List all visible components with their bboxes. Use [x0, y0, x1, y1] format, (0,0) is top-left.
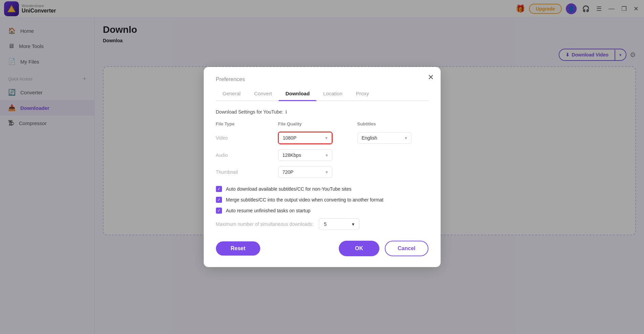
video-quality-select[interactable]: 1080P ▾: [278, 132, 332, 144]
section-label: Download Settings for YouTube: ℹ: [216, 109, 428, 115]
reset-button[interactable]: Reset: [216, 241, 261, 256]
tab-convert[interactable]: Convert: [247, 88, 279, 100]
tab-proxy[interactable]: Proxy: [349, 88, 376, 100]
video-subtitles-select[interactable]: English ▾: [357, 132, 412, 144]
modal-title: Preferences: [216, 76, 428, 82]
col-file-quality: File Quality: [278, 121, 349, 126]
simultaneous-select[interactable]: 5 ▾: [319, 218, 359, 230]
thumbnail-quality-select[interactable]: 720P ▾: [278, 166, 332, 178]
checkbox-auto-subtitles[interactable]: ✓: [216, 186, 222, 192]
file-type-audio: Audio: [216, 152, 270, 158]
checkboxes-section: ✓ Auto download available subtitles/CC f…: [216, 186, 428, 214]
modal-footer: Reset OK Cancel: [216, 241, 428, 256]
modal-tabs: General Convert Download Location Proxy: [216, 88, 428, 101]
checkbox-merge-subtitles-row: ✓ Merge subtitles/CC into the output vid…: [216, 197, 428, 203]
col-subtitles: Subtitles: [357, 121, 428, 126]
checkbox-auto-resume[interactable]: ✓: [216, 208, 222, 214]
tab-download[interactable]: Download: [279, 88, 316, 100]
modal-overlay[interactable]: Preferences ✕ General Convert Download L…: [0, 0, 644, 334]
settings-grid: File Type File Quality Subtitles Video 1…: [216, 121, 428, 178]
tab-location[interactable]: Location: [316, 88, 349, 100]
cancel-button[interactable]: Cancel: [385, 241, 428, 256]
checkbox-merge-subtitles[interactable]: ✓: [216, 197, 222, 203]
thumbnail-quality-arrow: ▾: [326, 169, 328, 175]
simultaneous-row: Maximum number of simultaneous downloads…: [216, 218, 428, 230]
file-type-video: Video: [216, 135, 270, 141]
checkbox-auto-subtitles-row: ✓ Auto download available subtitles/CC f…: [216, 186, 428, 192]
preferences-modal: Preferences ✕ General Convert Download L…: [204, 67, 441, 267]
video-quality-arrow: ▾: [325, 135, 328, 141]
tab-general[interactable]: General: [216, 88, 247, 100]
sim-select-arrow: ▾: [352, 221, 354, 227]
video-subtitles-arrow: ▾: [405, 135, 407, 141]
modal-close-button[interactable]: ✕: [428, 73, 434, 82]
checkbox-auto-resume-row: ✓ Auto resume unfinished tasks on startu…: [216, 208, 428, 214]
file-type-thumbnail: Thumbnail: [216, 169, 270, 175]
simultaneous-label: Maximum number of simultaneous downloads…: [216, 221, 314, 227]
ok-button[interactable]: OK: [339, 241, 379, 256]
audio-quality-select[interactable]: 128Kbps ▾: [278, 149, 332, 161]
col-file-type: File Type: [216, 121, 270, 126]
audio-quality-arrow: ▾: [326, 152, 328, 158]
info-icon: ℹ: [285, 109, 287, 115]
